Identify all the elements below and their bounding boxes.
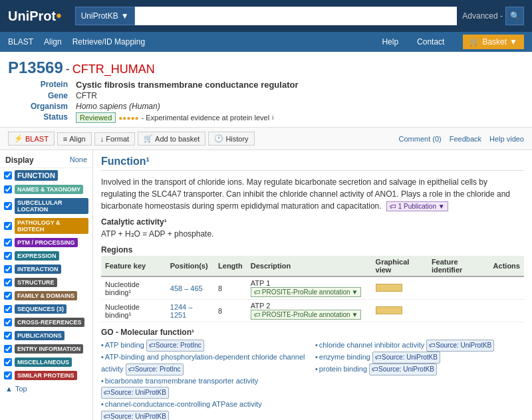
go-link[interactable]: bicarbonate transmembrane transporter ac… <box>105 377 259 385</box>
go-link[interactable]: chloride channel inhibitor activity <box>319 341 424 349</box>
positions-2[interactable]: 1244 – 1251 <box>166 300 214 322</box>
publications-label: PUBLICATIONS <box>15 331 65 340</box>
ptm-checkbox[interactable] <box>4 239 12 247</box>
nav-retrieve[interactable]: Retrieve/ID Mapping <box>72 37 145 47</box>
annotation-tag-2[interactable]: 🏷 PROSITE-ProRule annotation ▼ <box>251 310 362 320</box>
publications-checkbox[interactable] <box>4 332 12 340</box>
top-link[interactable]: ▲ Top <box>0 382 92 395</box>
db-selector-label: UniProtKB <box>81 11 118 21</box>
reviewed-tag[interactable]: Reviewed <box>76 112 116 123</box>
history-button[interactable]: 🕐 History <box>208 132 254 146</box>
length-1: 8 <box>214 276 247 300</box>
db-selector[interactable]: UniProtKB ▼ <box>75 7 135 25</box>
nav-blast[interactable]: BLAST <box>8 37 33 47</box>
gene-value: CFTR <box>76 91 97 100</box>
go-molecular-grid: •ATP binding 🏷 Source: ProtInc •ATP-bind… <box>101 340 524 420</box>
sidebar-item-subcellular[interactable]: SUBCELLULAR LOCATION <box>0 196 92 216</box>
pub-badge[interactable]: 🏷 1 Publication ▼ <box>386 201 448 211</box>
blast-button[interactable]: ⚡ BLAST <box>8 132 55 146</box>
basket-button[interactable]: 🛒 Basket ▼ <box>463 35 524 49</box>
subcellular-checkbox[interactable] <box>4 202 12 210</box>
sidebar-item-sequences[interactable]: SEQUENCES (3) <box>0 302 92 316</box>
ptm-label: PTM / PROCESSING <box>15 238 78 247</box>
navbar: BLAST Align Retrieve/ID Mapping Help Con… <box>0 32 532 52</box>
comment-link[interactable]: Comment (0) <box>399 135 442 143</box>
list-item: •channel-conductance-controlling ATPase … <box>101 399 310 420</box>
organism-label: Organism <box>8 102 68 111</box>
sequences-checkbox[interactable] <box>4 305 12 313</box>
annotation-tag-1[interactable]: 🏷 PROSITE-ProRule annotation ▼ <box>251 287 362 297</box>
graphical-1 <box>372 276 428 300</box>
pathology-checkbox[interactable] <box>4 222 12 230</box>
col-identifier: Feature identifier <box>428 256 489 276</box>
sidebar-item-interaction[interactable]: INTERACTION <box>0 262 92 276</box>
none-label[interactable]: None <box>70 156 87 165</box>
positions-1[interactable]: 458 – 465 <box>166 276 214 300</box>
source-tag: 🏷 Source: ProtInc <box>146 340 204 352</box>
miscellaneous-checkbox[interactable] <box>4 358 12 366</box>
star-icons: ●●●●● <box>118 114 138 122</box>
nav-help[interactable]: Help <box>382 37 398 47</box>
align-button[interactable]: ≡ Align <box>57 132 92 146</box>
names-checkbox[interactable] <box>4 185 12 193</box>
function-label: FUNCTION <box>15 170 58 181</box>
sidebar-item-structure[interactable]: STRUCTURE <box>0 276 92 289</box>
search-input[interactable] <box>135 7 458 25</box>
nav-right: Help Contact 🛒 Basket ▼ <box>382 35 524 49</box>
feature-key-2: Nucleotide binding¹ <box>101 300 166 322</box>
crossrefs-checkbox[interactable] <box>4 318 12 326</box>
go-link[interactable]: enzyme binding <box>319 353 370 361</box>
display-label: Display <box>5 156 34 165</box>
top-label: Top <box>15 385 27 393</box>
family-checkbox[interactable] <box>4 292 12 300</box>
add-basket-button[interactable]: 🛒 Add to basket <box>138 132 205 146</box>
sidebar-item-crossrefs[interactable]: CROSS-REFERENCES <box>0 316 92 329</box>
subcellular-label: SUBCELLULAR LOCATION <box>15 198 88 214</box>
graphical-bar-1 <box>376 284 402 292</box>
sidebar-item-similar[interactable]: SIMILAR PROTEINS <box>0 369 92 382</box>
nav-align[interactable]: Align <box>44 37 62 47</box>
entry-id[interactable]: P13569 <box>8 58 63 77</box>
function-section: Function¹ Involved in the transport of c… <box>101 156 524 420</box>
similar-checkbox[interactable] <box>4 371 12 379</box>
col-description: Description <box>247 256 372 276</box>
sidebar-item-family[interactable]: FAMILY & DOMAINS <box>0 289 92 302</box>
sidebar-item-names[interactable]: NAMES & TAXONOMY <box>0 183 92 196</box>
source-tag: 🏷 Source: UniProtKB <box>426 340 494 352</box>
feedback-link[interactable]: Feedback <box>450 135 481 143</box>
identifier-2 <box>428 300 489 322</box>
sidebar-item-pathology[interactable]: PATHOLOGY & BIOTECH <box>0 216 92 236</box>
col-length: Length <box>214 256 247 276</box>
logo-text: UniProt <box>8 9 56 24</box>
source-tag: 🏷 Source: UniProtKB <box>101 411 169 420</box>
sidebar-item-miscellaneous[interactable]: MISCELLANEOUS <box>0 356 92 369</box>
go-link[interactable]: ATP binding <box>105 341 144 349</box>
format-icon: ↓ <box>100 135 104 143</box>
help-video-link[interactable]: Help video <box>489 135 524 143</box>
entry-info-checkbox[interactable] <box>4 345 12 353</box>
graphical-2 <box>372 300 428 322</box>
function-title: Function¹ <box>101 156 524 171</box>
sidebar-item-publications[interactable]: PUBLICATIONS <box>0 329 92 342</box>
format-button[interactable]: ↓ Format <box>94 132 135 146</box>
sidebar-item-entry-info[interactable]: ENTRY INFORMATION <box>0 342 92 356</box>
sidebar-item-function[interactable]: FUNCTION <box>0 168 92 183</box>
col-feature-key: Feature key <box>101 256 166 276</box>
list-item: •ATP-binding and phosphorylation-depende… <box>101 352 310 375</box>
go-link[interactable]: protein binding <box>319 365 367 373</box>
structure-checkbox[interactable] <box>4 278 12 286</box>
go-link[interactable]: channel-conductance-controlling ATPase a… <box>105 400 262 408</box>
logo[interactable]: UniProt• <box>8 7 62 25</box>
search-button[interactable]: 🔍 <box>505 7 524 25</box>
expression-checkbox[interactable] <box>4 252 12 260</box>
entry-name: CFTR_HUMAN <box>72 62 155 76</box>
sidebar-item-ptm[interactable]: PTM / PROCESSING <box>0 236 92 249</box>
entry-info-label: ENTRY INFORMATION <box>15 344 83 354</box>
sidebar-item-expression[interactable]: EXPRESSION <box>0 249 92 262</box>
crossrefs-label: CROSS-REFERENCES <box>15 318 84 327</box>
go-molecular-section: GO - Molecular function¹ •ATP binding 🏷 … <box>101 328 524 420</box>
nav-contact[interactable]: Contact <box>417 37 444 47</box>
function-checkbox[interactable] <box>4 171 12 179</box>
interaction-checkbox[interactable] <box>4 265 12 273</box>
advanced-button[interactable]: Advanced - <box>462 11 503 21</box>
